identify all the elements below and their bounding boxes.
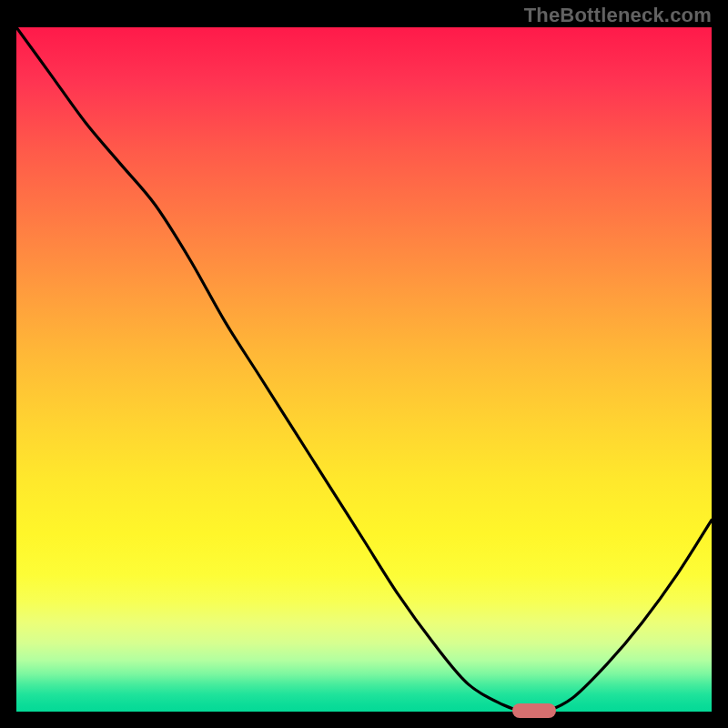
bottleneck-curve: [16, 27, 712, 712]
optimal-marker: [512, 703, 556, 718]
plot-area: [16, 27, 712, 712]
watermark-text: TheBottleneck.com: [524, 4, 712, 27]
chart-container: TheBottleneck.com: [0, 0, 728, 728]
